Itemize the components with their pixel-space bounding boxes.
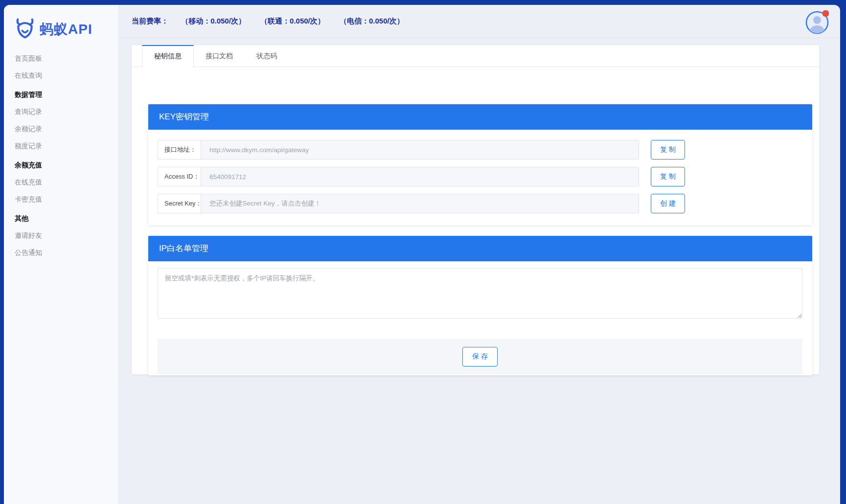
access-id-row: Access ID： 复 制: [158, 167, 812, 186]
save-bar: 保 存: [158, 339, 802, 374]
sidebar-item-quota-records[interactable]: 额度记录: [4, 137, 118, 155]
secret-key-row: Secret Key： 创 建: [158, 194, 812, 213]
ip-section-body: 保 存: [148, 261, 812, 375]
rate-unicom: （联通：0.050/次）: [260, 17, 325, 25]
rate-mobile: （移动：0.050/次）: [181, 17, 246, 25]
sidebar-section-other: 其他: [4, 210, 118, 227]
sidebar-menu: 首页面板 在线查询 数据管理 查询记录 余额记录 额度记录 余额充值 在线充值 …: [4, 50, 118, 261]
sidebar-item-card-recharge[interactable]: 卡密充值: [4, 191, 118, 208]
sidebar-item-balance-records[interactable]: 余额记录: [4, 120, 118, 137]
copy-api-url-button[interactable]: 复 制: [651, 140, 685, 160]
sidebar-item-home[interactable]: 首页面板: [4, 50, 118, 67]
create-secret-key-button[interactable]: 创 建: [651, 194, 685, 213]
sidebar-item-online-query[interactable]: 在线查询: [4, 67, 118, 84]
sidebar-item-announcements[interactable]: 公告通知: [4, 244, 118, 261]
sidebar-section-recharge: 余额充值: [4, 157, 118, 174]
logo-text: 蚂蚁API: [40, 20, 92, 39]
api-url-label: 接口地址：: [158, 140, 201, 159]
sidebar-item-query-records[interactable]: 查询记录: [4, 103, 118, 120]
sidebar-section-data-mgmt: 数据管理: [4, 86, 118, 103]
access-id-input[interactable]: [201, 167, 639, 186]
api-url-input[interactable]: [201, 140, 639, 159]
copy-access-id-button[interactable]: 复 制: [651, 167, 685, 186]
app-frame: 蚂蚁API 首页面板 在线查询 数据管理 查询记录 余额记录 额度记录 余额充值…: [4, 5, 840, 504]
content-card: 秘钥信息 接口文档 状态码 KEY密钥管理 接口地址： 复 制: [132, 45, 819, 374]
save-button[interactable]: 保 存: [462, 347, 498, 367]
logo: 蚂蚁API: [4, 5, 118, 41]
notification-dot: [823, 10, 829, 17]
user-avatar-button[interactable]: [805, 10, 829, 35]
sidebar-item-invite-friends[interactable]: 邀请好友: [4, 227, 118, 244]
top-header: 当前费率： （移动：0.050/次） （联通：0.050/次） （电信：0.05…: [119, 5, 840, 38]
secret-key-field: Secret Key：: [158, 194, 639, 213]
ip-section-title: IP白名单管理: [148, 236, 812, 261]
key-section-body: 接口地址： 复 制 Access ID： 复 制: [148, 130, 812, 225]
rate-telecom: （电信：0.050/次）: [340, 17, 404, 25]
secret-key-input[interactable]: [201, 194, 639, 213]
main-area: 当前费率： （移动：0.050/次） （联通：0.050/次） （电信：0.05…: [119, 5, 840, 504]
ip-whitelist-section: IP白名单管理 保 存: [148, 236, 812, 375]
user-avatar-icon: [805, 28, 829, 36]
tab-status-codes[interactable]: 状态码: [245, 45, 289, 67]
api-url-row: 接口地址： 复 制: [158, 140, 812, 160]
tab-api-docs[interactable]: 接口文档: [194, 45, 245, 67]
tab-key-info[interactable]: 秘钥信息: [142, 45, 194, 68]
rates-label: 当前费率：: [132, 17, 168, 25]
tab-bar: 秘钥信息 接口文档 状态码: [132, 45, 819, 67]
key-management-section: KEY密钥管理 接口地址： 复 制 Access ID：: [148, 104, 812, 225]
key-section-title: KEY密钥管理: [148, 104, 812, 130]
secret-key-label: Secret Key：: [158, 194, 201, 213]
sidebar: 蚂蚁API 首页面板 在线查询 数据管理 查询记录 余额记录 额度记录 余额充值…: [4, 5, 119, 504]
api-url-field: 接口地址：: [158, 140, 639, 160]
access-id-field: Access ID：: [158, 167, 639, 186]
sidebar-item-online-recharge[interactable]: 在线充值: [4, 174, 118, 191]
ip-whitelist-textarea[interactable]: [158, 268, 802, 319]
access-id-label: Access ID：: [158, 167, 201, 186]
ant-logo-icon: [14, 18, 36, 41]
current-rates: 当前费率： （移动：0.050/次） （联通：0.050/次） （电信：0.05…: [132, 17, 417, 26]
